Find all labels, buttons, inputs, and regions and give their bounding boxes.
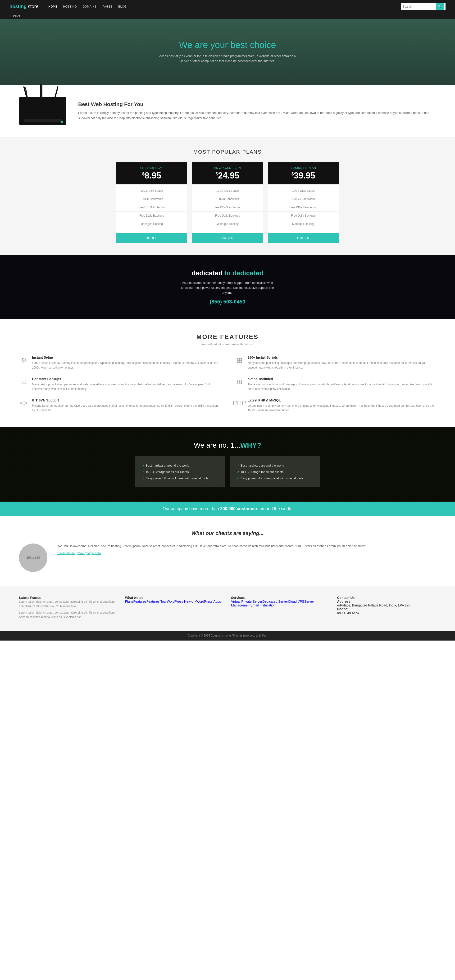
customers-highlight: 200.000 customers	[220, 506, 258, 511]
php-icon: PHP	[235, 398, 244, 408]
footer-address-label: Address:	[337, 600, 436, 603]
plan-feature-1-0: 10GB Disk Space	[192, 187, 263, 195]
nav-blog[interactable]: BLOG	[115, 3, 129, 10]
search-button[interactable]: 🔍	[436, 3, 444, 10]
footer-wwd-link-4[interactable]: WordPress Apps	[196, 600, 221, 603]
search-input[interactable]	[402, 5, 436, 8]
feature-body-3: There are many variations of passages of…	[247, 382, 436, 391]
plans-grid: STARTER PLAN $8.95 10GB Disk Space100GB …	[19, 162, 436, 243]
plan-feature-0-3: Free Daily Backups	[117, 212, 187, 220]
feature-body-4: Finibus Bonorum et Malorum" by Cicero ar…	[32, 404, 220, 413]
plan-feature-1-1: 100GB Bandwidth	[192, 195, 263, 203]
feature-item-1: ⊞ 280+ Install Scripts Many desktop publ…	[235, 356, 436, 370]
feature-item-2: ⊡ Constant Backups Many desktop publishi…	[19, 377, 220, 391]
features-section: MORE FEATURES You will get lot of featur…	[0, 319, 455, 427]
why-point-1-0: Best hardware around the world	[237, 462, 313, 469]
install-icon: ⊞	[235, 356, 244, 365]
plan-card-2: BUSINESS PLAN $39.95 10GB Disk Space100G…	[268, 162, 339, 243]
plan-price-0: $8.95	[120, 171, 183, 181]
nav-home[interactable]: HOME	[46, 3, 60, 10]
plan-order-btn-0[interactable]: ORDER	[117, 233, 187, 243]
copyright: Copyright © 2015 Company name All rights…	[188, 634, 267, 637]
hero-title: We are your best choice	[179, 40, 276, 50]
nav-domains[interactable]: DOMAINS	[80, 3, 99, 10]
footer-service-link-2[interactable]: Cloud VPS	[288, 600, 304, 603]
plan-feature-1-3: Free Daily Backups	[192, 212, 263, 220]
nav-pages[interactable]: PAGES	[99, 3, 115, 10]
plan-feature-2-4: Managed Hosting	[268, 220, 338, 228]
plan-feature-2-2: Free DDoS Protection	[268, 203, 338, 212]
testimonials-section: What our clients are saying... 350 x 350…	[0, 516, 455, 586]
plan-feature-1-2: Free DDoS Protection	[192, 203, 263, 212]
dedicated-title: dedicated to dedicated	[5, 269, 450, 277]
customers-text-suffix: around the world!	[258, 506, 292, 511]
plan-name-0: STARTER PLAN	[120, 166, 183, 170]
nav-contact[interactable]: CONTACT	[10, 14, 23, 18]
why-point-0-2: Easy powerfull control panel with specia…	[142, 475, 218, 482]
logo-text: hosting	[10, 4, 27, 9]
header: hosting store HOME HOSTING DOMAINS PAGES…	[0, 0, 455, 13]
nav-hosting[interactable]: HOSTING	[60, 3, 80, 10]
footer-wwd-link-0[interactable]: Plans	[125, 600, 133, 603]
footer-services-title: Services	[231, 596, 330, 600]
testimonial-content: 350 x 350 "RATING is awesome! Reliable, …	[19, 544, 436, 572]
footer-wwd-link-3[interactable]: WordPress Network	[167, 600, 196, 603]
search-bar: 🔍	[401, 3, 445, 10]
features-subtitle: You will get lot of features with flatho…	[19, 342, 436, 346]
testimonial-image: 350 x 350	[19, 544, 47, 572]
footer-service-link-4[interactable]: Email Installation	[251, 603, 276, 607]
footer: Latest Tweets Lorem ipsum dolor sit amet…	[0, 586, 455, 641]
testimonial-quote: "RATING is awesome! Reliable, secure hos…	[57, 544, 366, 549]
dedicated-subtitle: As a dedicated customer, enjoy direct su…	[180, 280, 275, 295]
feature-title-0: Instant Setup	[32, 356, 220, 360]
footer-main: Latest Tweets Lorem ipsum dolor sit amet…	[0, 586, 455, 631]
plans-title: MOST POPULAR PLANS	[19, 149, 436, 155]
why-cards: Best hardware around the world10 TB Stor…	[19, 457, 436, 487]
intro-heading: Best Web Hosting	[78, 101, 123, 107]
plan-order-btn-1[interactable]: ORDER	[192, 233, 263, 243]
feature-item-5: PHP Latest PHP & MySQL Lorem ipsum is si…	[235, 398, 436, 413]
footer-services-col: Services Virtual Private ServerDedicated…	[231, 596, 330, 622]
customers-banner: Our company have more than 200.000 custo…	[0, 501, 455, 516]
feature-title-2: Constant Backups	[32, 377, 220, 381]
testimonial-author-link[interactable]: Lorem ipsum	[57, 551, 75, 555]
plan-feature-0-0: 10GB Disk Space	[117, 187, 187, 195]
logo[interactable]: hosting store	[10, 4, 38, 9]
plan-features-1: 10GB Disk Space100GB BandwidthFree DDoS …	[192, 185, 263, 231]
plan-feature-0-1: 100GB Bandwidth	[117, 195, 187, 203]
intro-text: Best Web Hosting For You Lorem Ipsum is …	[78, 101, 436, 121]
plan-name-1: ADVANCED PLAN	[196, 166, 259, 170]
footer-wwd-link-1[interactable]: Features	[133, 600, 147, 603]
feature-body-0: Lorem ipsum is simply dummy text of the …	[32, 361, 220, 370]
plan-order-btn-2[interactable]: ORDER	[268, 233, 338, 243]
feature-title-3: cPanel Included	[247, 377, 436, 381]
footer-tweet-1: Lorem ipsum dolor sit amet, consectetur …	[19, 611, 118, 619]
nav-second-row: CONTACT	[0, 13, 455, 19]
testimonial-url[interactable]: www.google.com	[78, 551, 101, 555]
why-point-0-0: Best hardware around the world	[142, 462, 218, 469]
feature-item-4: <> GIT/SVN Support Finibus Bonorum et Ma…	[19, 398, 220, 413]
intro-section: Best Web Hosting For You Lorem Ipsum is …	[0, 85, 455, 137]
dedicated-phone: (855) 503-0450	[5, 299, 450, 305]
plan-price-1: $24.95	[196, 171, 259, 181]
customers-text-prefix: Our company have more than	[163, 506, 220, 511]
footer-tweets-col: Latest Tweets Lorem ipsum dolor sit amet…	[19, 596, 118, 622]
plan-feature-0-2: Free DDoS Protection	[117, 203, 187, 212]
plan-features-2: 10GB Disk Space100GB BandwidthFree DDoS …	[268, 185, 338, 231]
plan-card-0: STARTER PLAN $8.95 10GB Disk Space100GB …	[116, 162, 187, 243]
git-icon: <>	[19, 398, 29, 408]
footer-service-link-1[interactable]: Dedicated Server	[262, 600, 288, 603]
feature-item-3: ⊞ cPanel Included There are many variati…	[235, 377, 436, 391]
plan-name-2: BUSINESS PLAN	[272, 166, 335, 170]
why-card-0: Best hardware around the world10 TB Stor…	[135, 457, 225, 487]
footer-service-link-0[interactable]: Virtual Private Server	[231, 600, 262, 603]
testimonial-author: Lorem ipsum - www.google.com	[57, 551, 101, 555]
footer-wwd-link-2[interactable]: Features Tour	[147, 600, 167, 603]
why-point-0-1: 10 TB Storage for all our clients	[142, 469, 218, 475]
features-grid: ⚙ Instant Setup Lorem ipsum is simply du…	[19, 356, 436, 413]
hero-section: We are your best choice Act as host at (…	[0, 19, 455, 85]
intro-heading-suffix: For You	[123, 101, 144, 107]
plan-feature-2-3: Free Daily Backups	[268, 212, 338, 220]
router-image	[19, 97, 66, 125]
why-section: We are no. 1...WHY? Best hardware around…	[0, 427, 455, 501]
